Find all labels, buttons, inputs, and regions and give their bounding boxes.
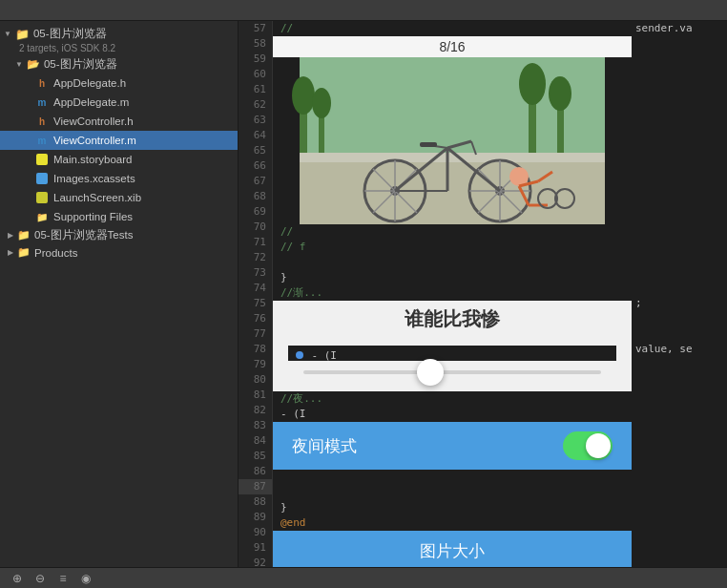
top-bar [0, 0, 727, 21]
project-name: 05-图片浏览器 [33, 27, 107, 41]
line-number-90: 90 [239, 525, 272, 540]
group-tests[interactable]: ▶ 📁 05-图片浏览器Tests [0, 226, 238, 244]
add-btn[interactable]: ⊕ [8, 569, 27, 588]
code-content: sender.va ; v [273, 21, 727, 567]
products-folder-icon: 📁 [17, 246, 31, 259]
viewcontrollerh-label: ViewController.h [53, 116, 134, 127]
line-number-82: 82 [239, 403, 272, 418]
sidebar-item-launchscreen[interactable]: LaunchScreen.xib [0, 188, 238, 207]
right-code-spacer-5 [632, 97, 727, 113]
line-number-76: 76 [239, 311, 272, 326]
products-triangle-icon: ▶ [8, 248, 13, 257]
code-mid-2: // f [273, 240, 632, 255]
svg-point-7 [519, 63, 546, 105]
line-number-84: 84 [239, 433, 272, 449]
size-label: 图片大小 [420, 540, 485, 562]
right-code-spacer-1 [632, 36, 727, 52]
remove-btn[interactable]: ⊖ [31, 569, 50, 588]
record-btn[interactable]: ◉ [76, 569, 95, 588]
line-number-86: 86 [239, 464, 272, 479]
page-counter: 8/16 [439, 39, 465, 54]
group-folder-icon: 📂 [27, 58, 40, 71]
line-number-59: 59 [239, 52, 272, 67]
line-number-73: 73 [239, 265, 272, 281]
svg-point-9 [549, 76, 571, 111]
sidebar: ▼ 📁 05-图片浏览器 2 targets, iOS SDK 8.2 ▼ 📂 … [0, 21, 239, 567]
right-code-spacer-4 [632, 82, 727, 97]
tests-triangle-icon: ▶ [8, 231, 13, 240]
line-number-68: 68 [239, 189, 272, 204]
line-number-69: 69 [239, 204, 272, 220]
top-code-area: // [273, 21, 632, 36]
line-number-62: 62 [239, 97, 272, 113]
right-code-line-value: value, se [632, 342, 727, 357]
bottom-code-area: } @end [273, 470, 632, 531]
images-label: Images.xcassets [53, 173, 135, 184]
bottom-bar: ⊕ ⊖ ≡ ◉ [0, 567, 727, 588]
breakpoint-code: - (I [311, 349, 337, 362]
right-code-spacer-17 [632, 281, 727, 296]
sidebar-item-images[interactable]: Images.xcassets [0, 169, 238, 188]
slider-container[interactable] [288, 361, 616, 384]
sidebar-item-mainstoryboard[interactable]: Main.storyboard [0, 150, 238, 169]
line-number-83: 83 [239, 418, 272, 433]
right-code-spacer-15 [632, 250, 727, 265]
code-mid-brace: } [273, 270, 632, 285]
sidebar-item-viewcontrollerm[interactable]: m ViewController.m [0, 131, 238, 150]
line-number-92: 92 [239, 556, 272, 567]
right-code-spacer-18 [632, 311, 727, 326]
code-top-1: // [280, 21, 624, 36]
line-number-71: 71 [239, 235, 272, 250]
night-mode-label: 夜间模式 [292, 435, 357, 457]
slider-track [303, 370, 601, 374]
line-number-80: 80 [239, 372, 272, 388]
launchscreen-label: LaunchScreen.xib [53, 192, 141, 203]
right-code-spacer-14 [632, 235, 727, 250]
svg-rect-30 [420, 142, 437, 147]
line-number-88: 88 [239, 494, 272, 510]
svg-point-3 [292, 76, 315, 115]
group-browser[interactable]: ▼ 📂 05-图片浏览器 [0, 55, 238, 74]
right-code-spacer-6 [632, 113, 727, 128]
line-number-67: 67 [239, 174, 272, 189]
project-sub: 2 targets, iOS SDK 8.2 [0, 43, 238, 53]
triangle-icon: ▼ [4, 30, 11, 38]
menu-btn[interactable]: ≡ [53, 569, 73, 588]
sim-blue-section: 夜间模式 [273, 422, 632, 470]
m-icon2: m [34, 133, 50, 148]
toggle-knob [586, 433, 611, 458]
group-products[interactable]: ▶ 📁 Products [0, 244, 238, 261]
line-number-65: 65 [239, 143, 272, 158]
sidebar-item-supporting[interactable]: 📁 Supporting Files [0, 207, 238, 226]
group-triangle-icon: ▼ [15, 60, 23, 69]
storyboard-icon [34, 152, 50, 167]
appdelegateh-label: AppDelegate.h [53, 77, 126, 89]
line-number-81: 81 [239, 388, 272, 403]
tests-folder-icon: 📁 [17, 229, 31, 242]
slider-thumb[interactable] [417, 359, 444, 386]
group-browser-label: 05-图片浏览器 [44, 57, 117, 72]
project-root[interactable]: ▼ 📁 05-图片浏览器 [0, 25, 238, 43]
line-number-70: 70 [239, 220, 272, 235]
h-icon2: h [34, 114, 50, 129]
line-number-61: 61 [239, 82, 272, 97]
right-code-line-semi: ; [632, 296, 727, 311]
sidebar-item-appdelegatem[interactable]: m AppDelegate.m [0, 93, 238, 112]
sidebar-item-appdelegateh[interactable]: h AppDelegate.h [0, 74, 238, 93]
code-night-comment: //夜... [273, 391, 632, 407]
sim-title: 谁能比我惨 [405, 306, 500, 332]
products-label: Products [34, 247, 77, 259]
bottom-spacer-1 [273, 470, 632, 485]
svg-point-5 [312, 88, 331, 118]
line-number-63: 63 [239, 113, 272, 128]
sim-size-section: 图片大小 [273, 531, 632, 567]
editor-area: 5758596061626364656667686970717273747576… [239, 21, 727, 567]
right-code-line-1: sender.va [632, 21, 727, 36]
toggle-switch[interactable] [563, 431, 613, 460]
sidebar-item-viewcontrollerh[interactable]: h ViewController.h [0, 112, 238, 131]
line-number-75: 75 [239, 296, 272, 311]
appdelegatem-label: AppDelegate.m [53, 96, 129, 108]
viewcontrollerm-label: ViewController.m [53, 135, 136, 146]
line-number-79: 79 [239, 357, 272, 372]
line-number-78: 78 [239, 342, 272, 357]
